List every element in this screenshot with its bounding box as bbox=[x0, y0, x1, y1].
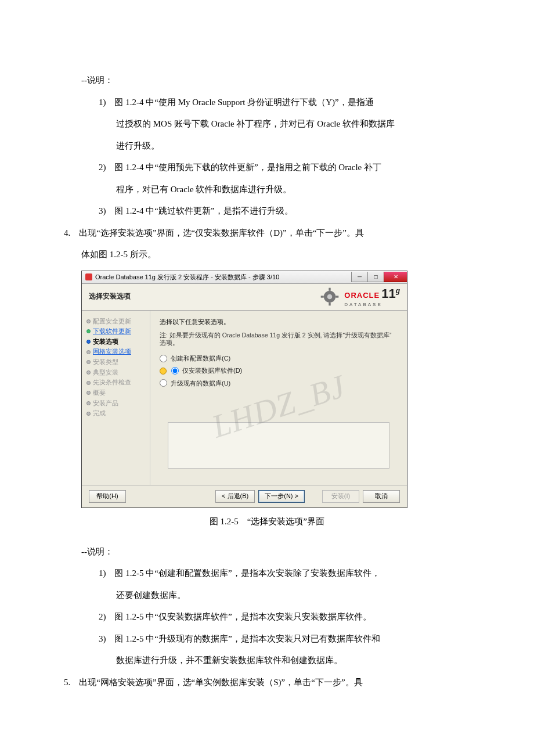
step-1: 配置安全更新 bbox=[86, 316, 150, 327]
install-button: 安装(I) bbox=[322, 490, 359, 503]
close-button[interactable]: ✕ bbox=[384, 272, 407, 282]
step-8: 概要 bbox=[86, 388, 150, 398]
section-title: 选择安装选项 bbox=[89, 292, 131, 301]
step-5: 安装类型 bbox=[86, 357, 150, 368]
note-label-2: --说明： bbox=[46, 541, 488, 563]
wizard-header: 选择安装选项 ORACLE11g DATABASE bbox=[82, 284, 407, 311]
step-7: 先决条件检查 bbox=[86, 377, 150, 388]
note-label: --说明： bbox=[46, 70, 488, 92]
svg-rect-3 bbox=[329, 303, 331, 305]
radio-upgrade-input[interactable] bbox=[160, 379, 167, 387]
step-4[interactable]: 网格安装选项 bbox=[86, 347, 150, 357]
cancel-button[interactable]: 取消 bbox=[363, 490, 400, 503]
para-4b: 体如图 1.2-5 所示。 bbox=[46, 244, 488, 266]
radio-create-label: 创建和配置数据库(C) bbox=[171, 354, 230, 362]
brand-database: DATABASE bbox=[344, 302, 400, 308]
oracle-icon bbox=[85, 273, 92, 280]
help-button[interactable]: 帮助(H) bbox=[89, 490, 126, 503]
list2-item1b: 还要创建数据库。 bbox=[46, 585, 488, 607]
svg-point-1 bbox=[327, 294, 333, 300]
step-list: 配置安全更新 下载软件更新 安装选项 网格安装选项 安装类型 典型安装 先决条件… bbox=[82, 311, 150, 485]
svg-rect-2 bbox=[329, 288, 331, 291]
wizard-content: 选择以下任意安装选项。 注: 如果要升级现有的 Oracle Database … bbox=[150, 311, 407, 485]
content-desc: 选择以下任意安装选项。 bbox=[160, 318, 398, 326]
list2-item2: 2) 图 1.2-5 中“仅安装数据库软件”，是指本次安装只安装数据库软件。 bbox=[46, 606, 488, 628]
window-buttons: ─ □ ✕ bbox=[351, 272, 407, 282]
button-bar: 帮助(H) < 后退(B) 下一步(N) > 安装(I) 取消 bbox=[82, 485, 407, 507]
radio-software-input[interactable] bbox=[171, 367, 179, 375]
radio-software-only[interactable]: 仅安装数据库软件(D) bbox=[160, 366, 398, 375]
list1-item1: 1) 图 1.2-4 中“使用 My Oracle Support 身份证明进行… bbox=[46, 92, 488, 114]
list2-item1: 1) 图 1.2-5 中“创建和配置数据库”，是指本次安装除了安装数据库软件， bbox=[46, 563, 488, 585]
list1-item2: 2) 图 1.2-4 中“使用预先下载的软件更新”，是指用之前下载的 Oracl… bbox=[46, 157, 488, 179]
gear-icon bbox=[320, 287, 340, 307]
hint-icon bbox=[160, 368, 167, 375]
step-2[interactable]: 下载软件更新 bbox=[86, 326, 150, 337]
step-3: 安装选项 bbox=[86, 337, 150, 347]
radio-create-configure[interactable]: 创建和配置数据库(C) bbox=[160, 354, 398, 362]
list2-item3b: 数据库进行升级，并不重新安装数据库软件和创建数据库。 bbox=[46, 650, 488, 672]
svg-rect-4 bbox=[321, 296, 324, 297]
list1-item2b: 程序，对已有 Oracle 软件和数据库进行升级。 bbox=[46, 179, 488, 201]
back-button[interactable]: < 后退(B) bbox=[215, 490, 255, 503]
brand-area: ORACLE11g DATABASE bbox=[320, 286, 400, 308]
svg-rect-5 bbox=[335, 296, 338, 297]
brand-oracle: ORACLE bbox=[344, 291, 380, 300]
message-box bbox=[168, 422, 389, 469]
radio-upgrade[interactable]: 升级现有的数据库(U) bbox=[160, 379, 398, 387]
step-6: 典型安装 bbox=[86, 368, 150, 378]
para-4a: 4. 出现“选择安装选项”界面，选“仅安装数据库软件（D)”，单击“下一步”。具 bbox=[46, 222, 488, 244]
step-9: 安装产品 bbox=[86, 398, 150, 409]
installer-window: Oracle Database 11g 发行版 2 安装程序 - 安装数据库 -… bbox=[81, 271, 407, 508]
maximize-button[interactable]: □ bbox=[367, 272, 384, 282]
radio-software-label: 仅安装数据库软件(D) bbox=[182, 366, 242, 375]
brand-11g: 11g bbox=[381, 286, 400, 301]
figure-caption: 图 1.2-5 “选择安装选项”界面 bbox=[46, 514, 488, 530]
list1-item1b: 过授权的 MOS 账号下载 Oracle 补丁程序，并对已有 Oracle 软件… bbox=[46, 113, 488, 135]
radio-upgrade-label: 升级现有的数据库(U) bbox=[171, 379, 230, 387]
minimize-button[interactable]: ─ bbox=[351, 272, 367, 282]
title-bar: Oracle Database 11g 发行版 2 安装程序 - 安装数据库 -… bbox=[82, 271, 407, 284]
radio-create-input[interactable] bbox=[160, 355, 167, 362]
para-5: 5. 出现“网格安装选项”界面，选“单实例数据库安装（S)”，单击“下一步”。具 bbox=[46, 672, 488, 694]
list1-item1c: 进行升级。 bbox=[46, 135, 488, 157]
window-title: Oracle Database 11g 发行版 2 安装程序 - 安装数据库 -… bbox=[95, 273, 279, 281]
step-10: 完成 bbox=[86, 408, 150, 419]
list2-item3: 3) 图 1.2-5 中“升级现有的数据库”，是指本次安装只对已有数据库软件和 bbox=[46, 628, 488, 650]
next-button[interactable]: 下一步(N) > bbox=[258, 490, 305, 503]
list1-item3: 3) 图 1.2-4 中“跳过软件更新”，是指不进行升级。 bbox=[46, 200, 488, 222]
content-note: 注: 如果要升级现有的 Oracle Database 11g 发行版 2 实例… bbox=[160, 332, 398, 347]
